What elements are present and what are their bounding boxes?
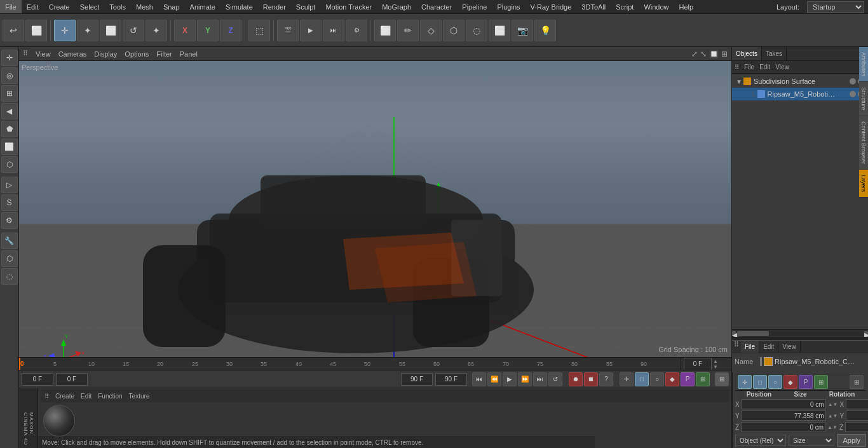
menu-3dtoall[interactable]: 3DToAll [576, 0, 611, 13]
play-button[interactable]: ▶ [503, 372, 517, 386]
start-frame-input[interactable] [22, 373, 53, 386]
left-tool-9[interactable]: S [1, 194, 18, 211]
pos-z-input[interactable] [741, 422, 825, 432]
preview-start-input[interactable] [56, 373, 88, 386]
menu-sculpt[interactable]: Sculpt [291, 0, 321, 13]
mat-menu-edit[interactable]: Edit [81, 393, 92, 400]
vp-icon-maximize[interactable]: ⤡ [700, 50, 707, 58]
autokey-button[interactable]: ◆ [665, 372, 679, 386]
rotate-keys-button[interactable]: ○ [650, 372, 664, 386]
render-settings-button[interactable]: ⚙ [346, 20, 367, 41]
obj-mode-button[interactable]: ⬚ [248, 20, 270, 41]
layout-select[interactable]: Startup [807, 1, 864, 13]
prop-rotate-button[interactable]: ○ [768, 375, 782, 389]
menu-simulate[interactable]: Simulate [220, 0, 258, 13]
vis-1[interactable] [850, 78, 856, 85]
render-view-button[interactable]: ▶ [300, 20, 322, 41]
tab-takes[interactable]: Takes [762, 47, 787, 60]
prop-param-button[interactable]: P [799, 375, 813, 389]
obj-menu-edit[interactable]: Edit [759, 64, 770, 71]
vert-tab-structure[interactable]: Structure [859, 82, 868, 116]
pos-x-input[interactable] [742, 399, 826, 409]
left-tool-2[interactable]: ◎ [1, 67, 18, 84]
scroll-right-btn[interactable]: ▶ [864, 331, 868, 336]
menu-character[interactable]: Character [416, 0, 457, 13]
vp-menu-filter[interactable]: Filter [156, 50, 172, 58]
attr-tab-file[interactable]: File [741, 341, 759, 353]
vp-icon-camera[interactable]: 🔲 [709, 50, 719, 58]
vert-tab-layers[interactable]: Layers [859, 170, 868, 198]
z-axis-button[interactable]: Z [220, 20, 241, 41]
env-button[interactable]: ⬜ [489, 20, 510, 41]
render-all-button[interactable]: ⏭ [323, 20, 344, 41]
y-axis-button[interactable]: Y [197, 20, 219, 41]
menu-script[interactable]: Script [611, 0, 639, 13]
pos-z-arrows[interactable]: ▲▼ [827, 424, 837, 430]
pen-button[interactable]: ✏ [397, 20, 419, 41]
left-tool-10[interactable]: ⚙ [1, 212, 18, 229]
transform-tool-button[interactable]: ✦ [146, 20, 167, 41]
preview-end-input[interactable] [401, 373, 433, 386]
select-keys-button[interactable]: □ [635, 372, 649, 386]
material-ball[interactable] [43, 405, 75, 437]
left-tool-4[interactable]: ◀ [1, 103, 18, 119]
object-color-swatch[interactable] [764, 357, 773, 366]
object-tree-scrollbar[interactable]: ◀ ▶ [732, 329, 868, 337]
apply-button[interactable]: Apply [837, 434, 866, 447]
end-frame-input[interactable] [435, 373, 467, 386]
attr-tab-edit[interactable]: Edit [759, 341, 778, 353]
viewport-3d[interactable]: X Y Z Perspective Grid Spacing : 100 cm [19, 61, 731, 357]
left-tool-1[interactable]: ✛ [1, 50, 18, 66]
rotate-tool-button[interactable]: ↺ [123, 20, 144, 41]
dope-sheet-button[interactable]: ⊞ [715, 372, 729, 386]
menu-tools[interactable]: Tools [104, 0, 131, 13]
menu-select[interactable]: Select [75, 0, 105, 13]
menu-create[interactable]: Create [44, 0, 75, 13]
go-start-button[interactable]: ⏮ [472, 372, 486, 386]
vert-tab-content-browser[interactable]: Content Browser [859, 116, 868, 170]
menu-motion-tracker[interactable]: Motion Tracker [320, 0, 377, 13]
pos-y-arrows[interactable]: ▲▼ [828, 413, 838, 419]
scrollbar-thumb[interactable] [737, 331, 769, 336]
params-button[interactable]: P [681, 372, 695, 386]
left-tool-11[interactable]: 🔧 [1, 233, 18, 249]
vp-menu-display[interactable]: Display [94, 50, 117, 58]
tab-objects[interactable]: Objects [732, 47, 762, 60]
left-tool-12[interactable]: ⬡ [1, 250, 18, 267]
move-tool-button[interactable]: ✦ [77, 20, 98, 41]
obj-tree-item-subd[interactable]: ▼ Subdivision Surface [732, 75, 868, 88]
scale-tool-button[interactable]: ⬜ [100, 20, 121, 41]
prev-frame-button[interactable]: ⏪ [487, 372, 501, 386]
vp-icon-expand[interactable]: ⤢ [691, 50, 698, 58]
prop-select-button[interactable]: □ [753, 375, 767, 389]
size-y-input[interactable] [846, 411, 868, 421]
x-axis-button[interactable]: X [174, 20, 196, 41]
loop-button[interactable]: ↺ [548, 372, 562, 386]
vert-tab-attributes[interactable]: Attributes [859, 47, 868, 82]
prop-move-button[interactable]: ✛ [738, 375, 752, 389]
vp-menu-cameras[interactable]: Cameras [58, 50, 87, 58]
left-tool-3[interactable]: ⊞ [1, 85, 18, 102]
menu-render[interactable]: Render [258, 0, 291, 13]
left-tool-5[interactable]: ⬟ [1, 121, 18, 137]
light-button[interactable]: 💡 [534, 20, 556, 41]
render-region-button[interactable]: 🎬 [277, 20, 299, 41]
grid-button[interactable]: ⊞ [696, 372, 710, 386]
next-frame-button[interactable]: ⏩ [518, 372, 532, 386]
menu-mesh[interactable]: Mesh [131, 0, 158, 13]
mat-menu-create[interactable]: Create [55, 393, 74, 400]
left-tool-7[interactable]: ⬡ [1, 156, 18, 173]
menu-window[interactable]: Window [639, 0, 674, 13]
prop-grid-button[interactable]: ⊞ [814, 375, 828, 389]
timeline-ruler[interactable]: 0 5 10 15 20 25 30 35 40 45 50 55 60 65 … [19, 358, 681, 370]
size-mode-select[interactable]: Size Scale [789, 435, 834, 446]
nurbs-button[interactable]: ⬡ [443, 20, 465, 41]
vp-menu-panel[interactable]: Panel [180, 50, 198, 58]
left-tool-8[interactable]: ▷ [1, 177, 18, 193]
prop-layout-button[interactable]: ⊞ [850, 375, 864, 389]
record-button[interactable]: ⏺ [569, 372, 583, 386]
cube-button[interactable]: ⬜ [374, 20, 396, 41]
left-tool-13[interactable]: ◌ [1, 268, 18, 285]
current-frame-input[interactable] [684, 358, 712, 370]
vis-3[interactable] [850, 91, 856, 97]
